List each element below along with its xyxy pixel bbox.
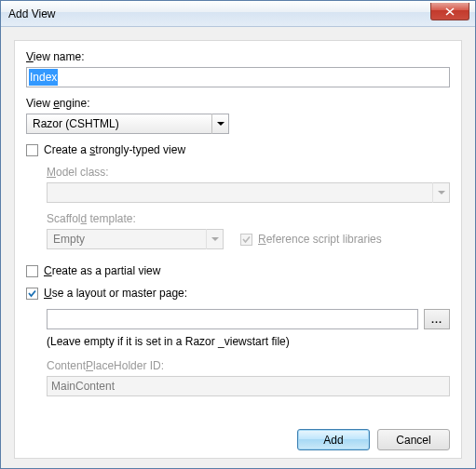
- use-layout-label: Use a layout or master page:: [44, 287, 187, 300]
- checkbox-icon: [26, 265, 38, 277]
- checkbox-icon: [26, 144, 38, 156]
- view-name-label: View name:: [26, 50, 450, 63]
- scaffold-group: Scaffold template: Empty Reference scrip…: [47, 212, 450, 249]
- scaffold-select: Empty: [47, 229, 224, 249]
- partial-view-checkbox[interactable]: Create as a partial view: [26, 264, 450, 277]
- cph-input: [47, 376, 450, 396]
- close-icon: [445, 7, 455, 16]
- view-engine-select[interactable]: Razor (CSHTML): [26, 114, 229, 134]
- window-title: Add View: [8, 7, 55, 20]
- chevron-down-icon: [206, 229, 223, 249]
- titlebar: Add View: [1, 1, 475, 27]
- cph-label: ContentPlaceHolder ID:: [47, 359, 450, 372]
- reference-scripts-checkbox: Reference script libraries: [240, 233, 382, 246]
- checkbox-icon: [240, 234, 252, 246]
- layout-path-input[interactable]: [47, 309, 418, 329]
- check-icon: [241, 234, 252, 245]
- add-button[interactable]: Add: [297, 429, 370, 450]
- use-layout-checkbox[interactable]: Use a layout or master page:: [26, 287, 450, 300]
- chevron-down-icon: [211, 114, 228, 134]
- browse-button[interactable]: ...: [424, 309, 450, 329]
- chevron-down-icon: [432, 182, 449, 203]
- strongly-typed-checkbox[interactable]: Create a strongly-typed view: [26, 143, 450, 156]
- layout-group: ... (Leave empty if it is set in a Razor…: [47, 309, 450, 396]
- reference-scripts-label: Reference script libraries: [258, 233, 382, 246]
- close-button[interactable]: [430, 3, 469, 20]
- view-engine-group: View engine: Razor (CSHTML): [26, 97, 450, 134]
- dialog-content: View name: Index View engine: Razor (CSH…: [1, 27, 475, 468]
- view-name-value: Index: [29, 69, 58, 86]
- check-icon: [27, 288, 37, 299]
- scaffold-label: Scaffold template:: [47, 212, 450, 225]
- form-panel: View name: Index View engine: Razor (CSH…: [14, 40, 462, 459]
- dialog-footer: Add Cancel: [26, 420, 450, 450]
- checkbox-icon: [26, 288, 38, 300]
- view-engine-label: View engine:: [26, 97, 450, 110]
- layout-hint: (Leave empty if it is set in a Razor _vi…: [47, 335, 450, 348]
- view-name-group: View name: Index: [26, 50, 450, 87]
- cancel-button[interactable]: Cancel: [377, 429, 450, 450]
- partial-view-label: Create as a partial view: [44, 264, 160, 277]
- model-class-select: [47, 182, 450, 203]
- view-engine-value: Razor (CSHTML): [33, 117, 119, 130]
- model-class-label: Model class:: [47, 166, 450, 179]
- scaffold-value: Empty: [53, 233, 85, 246]
- view-name-input[interactable]: Index: [26, 67, 450, 87]
- model-class-group: Model class:: [47, 166, 450, 203]
- strongly-typed-label: Create a strongly-typed view: [44, 143, 185, 156]
